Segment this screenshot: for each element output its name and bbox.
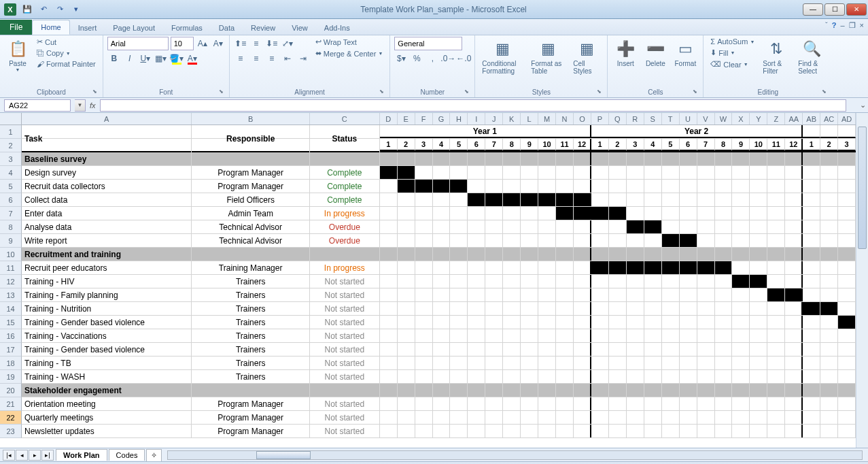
gantt-cell[interactable] <box>697 425 715 437</box>
row-header-2[interactable]: 2 <box>0 139 22 152</box>
gantt-cell[interactable] <box>644 302 662 315</box>
gantt-cell[interactable] <box>450 397 468 410</box>
gantt-cell[interactable] <box>820 370 838 383</box>
gantt-cell[interactable] <box>450 302 468 315</box>
month-header-3[interactable]: 3 <box>415 139 433 151</box>
gantt-cell[interactable] <box>662 357 680 369</box>
gantt-cell[interactable] <box>732 302 750 315</box>
sheet-nav-first-icon[interactable]: |◂ <box>3 450 15 461</box>
gantt-cell[interactable] <box>662 425 680 437</box>
gantt-cell[interactable] <box>767 316 785 329</box>
gantt-cell[interactable] <box>450 343 468 356</box>
gantt-cell[interactable] <box>715 275 733 288</box>
gantt-cell[interactable] <box>803 343 820 356</box>
gantt-cell[interactable] <box>574 152 591 165</box>
gantt-cell[interactable] <box>398 207 415 220</box>
gantt-cell[interactable] <box>556 275 574 288</box>
gantt-cell[interactable] <box>750 166 767 179</box>
autosum-button[interactable]: ΣAutoSum▼ <box>708 37 757 46</box>
gantt-cell[interactable] <box>574 234 591 247</box>
gantt-cell[interactable] <box>503 275 521 288</box>
sheet-tab-workplan[interactable]: Work Plan <box>56 449 107 461</box>
gantt-cell[interactable] <box>450 384 468 397</box>
gantt-cell[interactable] <box>433 261 451 274</box>
gantt-cell[interactable] <box>820 193 838 206</box>
gantt-cell[interactable] <box>574 220 591 233</box>
gantt-cell[interactable] <box>627 425 644 437</box>
gantt-cell[interactable] <box>697 275 715 288</box>
gantt-cell[interactable] <box>609 261 627 274</box>
cells-area[interactable]: TaskResponsibleStatusYear 1Year 21234567… <box>22 125 856 448</box>
gantt-cell[interactable] <box>398 261 415 274</box>
gantt-cell[interactable] <box>556 193 574 206</box>
gantt-cell[interactable] <box>503 302 521 315</box>
gantt-cell[interactable] <box>644 207 662 220</box>
month-header-25[interactable]: 1 <box>803 139 820 151</box>
gantt-cell[interactable] <box>415 275 433 288</box>
align-center-icon[interactable]: ≡ <box>249 52 263 65</box>
gantt-cell[interactable] <box>838 384 856 397</box>
gantt-cell[interactable] <box>662 234 680 247</box>
align-right-icon[interactable]: ≡ <box>265 52 279 65</box>
gantt-cell[interactable] <box>715 425 733 437</box>
gantt-cell[interactable] <box>574 288 591 301</box>
gantt-cell[interactable] <box>468 357 485 369</box>
gantt-cell[interactable] <box>380 180 398 193</box>
gantt-cell[interactable] <box>521 207 538 220</box>
gantt-cell[interactable] <box>680 397 697 410</box>
gantt-cell[interactable] <box>468 411 485 424</box>
gantt-cell[interactable] <box>398 357 415 369</box>
col-header-Z[interactable]: Z <box>767 113 785 125</box>
cut-button[interactable]: ✂Cut <box>34 37 99 47</box>
row-header-5[interactable]: 5 <box>0 180 22 193</box>
gantt-cell[interactable] <box>767 411 785 424</box>
gantt-cell[interactable] <box>450 180 468 193</box>
gantt-cell[interactable] <box>538 248 556 261</box>
gantt-cell[interactable] <box>767 180 785 193</box>
gantt-cell[interactable] <box>503 234 521 247</box>
gantt-cell[interactable] <box>433 370 451 383</box>
cell-status[interactable]: Not started <box>310 275 380 288</box>
gantt-cell[interactable] <box>732 425 750 437</box>
gantt-cell[interactable] <box>820 220 838 233</box>
gantt-cell[interactable] <box>803 248 820 261</box>
gantt-cell[interactable] <box>415 370 433 383</box>
gantt-cell[interactable] <box>556 329 574 342</box>
gantt-cell[interactable] <box>468 234 485 247</box>
maximize-button[interactable]: ☐ <box>824 3 845 16</box>
gantt-cell[interactable] <box>380 384 398 397</box>
gantt-cell[interactable] <box>697 357 715 369</box>
cell-status[interactable]: Not started <box>310 343 380 356</box>
gantt-cell[interactable] <box>450 275 468 288</box>
gantt-cell[interactable] <box>538 397 556 410</box>
col-header-L[interactable]: L <box>521 113 538 125</box>
month-header-23[interactable]: 11 <box>767 139 785 151</box>
gantt-cell[interactable] <box>715 207 733 220</box>
gantt-cell[interactable] <box>485 302 503 315</box>
gantt-cell[interactable] <box>662 207 680 220</box>
expand-formula-bar-icon[interactable]: ⌄ <box>857 101 868 110</box>
gantt-cell[interactable] <box>574 207 591 220</box>
gantt-cell[interactable] <box>538 261 556 274</box>
gantt-cell[interactable] <box>767 288 785 301</box>
cell-responsible[interactable]: Trainers <box>192 370 310 383</box>
col-header-F[interactable]: F <box>415 113 433 125</box>
gantt-cell[interactable] <box>785 193 803 206</box>
gantt-cell[interactable] <box>609 152 627 165</box>
copy-button[interactable]: ⿻Copy▼ <box>34 48 99 58</box>
align-bottom-icon[interactable]: ⬇≡ <box>265 37 279 50</box>
month-header-5[interactable]: 5 <box>450 139 468 151</box>
cell-status[interactable]: Not started <box>310 411 380 424</box>
gantt-cell[interactable] <box>820 180 838 193</box>
col-header-I[interactable]: I <box>468 113 485 125</box>
decrease-font-icon[interactable]: A▾ <box>211 37 225 50</box>
gantt-cell[interactable] <box>838 343 856 356</box>
gantt-cell[interactable] <box>556 261 574 274</box>
gantt-cell[interactable] <box>838 370 856 383</box>
gantt-cell[interactable] <box>574 193 591 206</box>
month-header-24[interactable]: 12 <box>785 139 803 151</box>
gantt-cell[interactable] <box>803 329 820 342</box>
gantt-cell[interactable] <box>732 275 750 288</box>
cell-responsible[interactable]: Trainers <box>192 275 310 288</box>
gantt-cell[interactable] <box>644 275 662 288</box>
